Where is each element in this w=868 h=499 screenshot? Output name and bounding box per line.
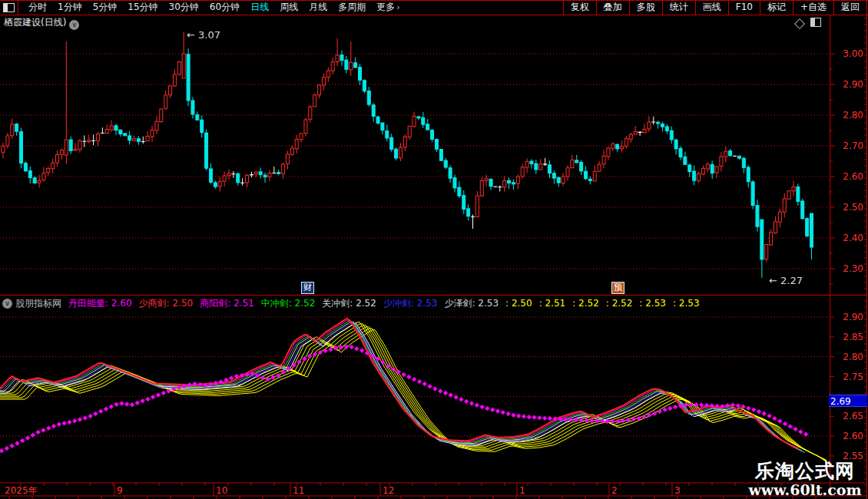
action-复权[interactable]: 复权 [563, 0, 596, 15]
watermark-url: www.60lt.com [736, 482, 868, 497]
indicator-dots-丹田能量 [0, 345, 808, 454]
indicator-field-关冲剑: 关冲剑: 2.52 [322, 297, 376, 310]
indicator-extra-value: : 2.53 [673, 298, 700, 309]
svg-text:2.90: 2.90 [843, 79, 863, 90]
watermark: 乐淘公式网 www.60lt.com [736, 461, 868, 497]
tab-日线[interactable]: 日线 [245, 0, 274, 15]
svg-text:← 2.27: ← 2.27 [769, 275, 803, 286]
indicator-extra-value: : 2.51 [539, 298, 566, 309]
svg-text:2.80: 2.80 [843, 110, 863, 121]
indicator-line-少冲剑 [0, 322, 805, 453]
tab-周线[interactable]: 周线 [274, 0, 303, 15]
svg-text:2.85: 2.85 [843, 332, 863, 342]
svg-text:2.75: 2.75 [843, 372, 863, 382]
svg-text:9: 9 [117, 485, 123, 496]
action-标记[interactable]: 标记 [760, 0, 793, 15]
svg-text:1: 1 [519, 485, 525, 496]
indicator-field-丹田能量: 丹田能量: 2.60 [68, 297, 132, 310]
tab-60分钟[interactable]: 60分钟 [204, 0, 245, 15]
tab-多周期[interactable]: 多周期 [333, 0, 371, 15]
indicator-field-中冲剑: 中冲剑: 2.52 [261, 297, 316, 310]
price-axis: 3.002.902.802.702.602.502.402.302.902.85… [830, 0, 868, 499]
indicator-field-商阳剑: 商阳剑: 2.51 [200, 297, 254, 310]
svg-text:2.90: 2.90 [843, 312, 863, 322]
indicator-field-少商剑: 少商剑: 2.50 [139, 297, 194, 310]
toolbar-actions: 复权叠加多股统计画线F10标记+自选返回 [563, 0, 866, 15]
action-多股[interactable]: 多股 [629, 0, 662, 15]
tab-30分钟[interactable]: 30分钟 [164, 0, 204, 15]
event-marker-预[interactable]: 预 [611, 282, 624, 294]
svg-text:2.40: 2.40 [843, 233, 863, 243]
split-box-icon [3, 3, 15, 12]
period-tabs: 分时1分钟5分钟15分钟30分钟60分钟日线周线月线多周期更多› [23, 0, 563, 15]
indicator-source: 股朋指标网 [15, 297, 61, 310]
svg-text:2.60: 2.60 [843, 171, 863, 182]
svg-text:10: 10 [216, 485, 227, 496]
indicator-chart[interactable] [0, 311, 830, 482]
indicator-extra-value: : 2.52 [606, 298, 633, 309]
action-+自选[interactable]: +自选 [793, 0, 833, 15]
svg-text:2025年: 2025年 [5, 485, 38, 496]
current-price-badge: 2.69 [829, 395, 867, 407]
indicator-field-少泽剑: 少泽剑: 2.53 [444, 297, 499, 310]
candlestick-chart[interactable]: ← 3.07← 2.27 [0, 15, 830, 296]
svg-text:2.70: 2.70 [843, 140, 863, 151]
event-marker-财[interactable]: 财 [301, 282, 314, 294]
svg-text:2.30: 2.30 [843, 263, 863, 274]
indicator-extra-value: : 2.52 [572, 298, 599, 309]
tab-1分钟[interactable]: 1分钟 [52, 0, 88, 15]
action-画线[interactable]: 画线 [695, 0, 728, 15]
period-toolbar: 分时1分钟5分钟15分钟30分钟60分钟日线周线月线多周期更多› 复权叠加多股统… [0, 0, 868, 15]
svg-text:2.50: 2.50 [843, 202, 863, 213]
chevron-circle-icon[interactable]: ∨ [2, 299, 12, 309]
indicator-header: ∨ 股朋指标网 丹田能量: 2.60少商剑: 2.50商阳剑: 2.51中冲剑:… [2, 296, 707, 310]
tab-15分钟[interactable]: 15分钟 [122, 0, 163, 15]
panel-divider [0, 295, 866, 296]
tab-分时[interactable]: 分时 [23, 0, 52, 15]
tab-更多[interactable]: 更多› [371, 0, 405, 15]
svg-text:2.65: 2.65 [843, 411, 863, 421]
svg-text:3: 3 [674, 485, 681, 496]
svg-text:2.60: 2.60 [843, 431, 863, 441]
tdx-window: 分时1分钟5分钟15分钟30分钟60分钟日线周线月线多周期更多› 复权叠加多股统… [0, 0, 868, 499]
tab-5分钟[interactable]: 5分钟 [88, 0, 123, 15]
svg-text:2.80: 2.80 [843, 352, 863, 362]
chevron-right-icon: › [396, 2, 399, 12]
action-F10[interactable]: F10 [728, 0, 760, 15]
watermark-site-name: 乐淘公式网 [736, 461, 868, 482]
window-layout-button[interactable] [0, 0, 18, 15]
action-统计[interactable]: 统计 [662, 0, 695, 15]
svg-text:12: 12 [383, 485, 394, 496]
svg-text:2: 2 [611, 485, 618, 496]
indicator-extra-value: : 2.50 [505, 298, 532, 309]
svg-text:11: 11 [293, 485, 304, 496]
svg-text:3.00: 3.00 [843, 48, 863, 59]
indicator-field-少冲剑: 少冲剑: 2.53 [383, 297, 438, 310]
action-叠加[interactable]: 叠加 [596, 0, 629, 15]
tab-月线[interactable]: 月线 [303, 0, 333, 15]
window-right-border [866, 0, 867, 499]
indicator-line-中冲剑 [0, 320, 802, 451]
indicator-extra-value: : 2.53 [639, 298, 666, 309]
svg-text:← 3.07: ← 3.07 [187, 29, 220, 41]
